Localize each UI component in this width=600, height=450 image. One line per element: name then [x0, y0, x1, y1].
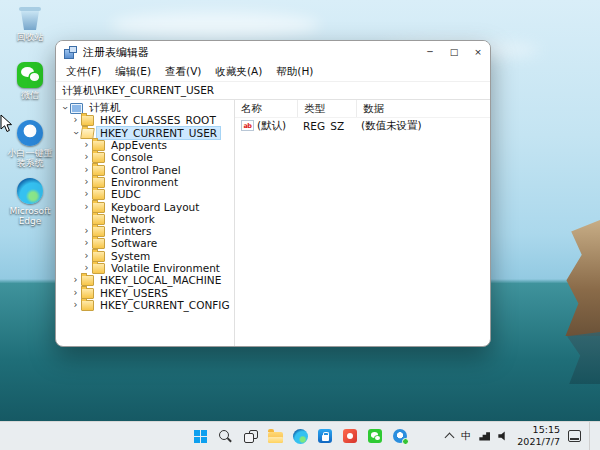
reg-sz-icon — [241, 120, 254, 131]
taskbar-icon-task-view[interactable] — [239, 425, 261, 447]
expand-chevron-icon[interactable]: › — [70, 115, 81, 125]
recycle-bin-icon — [19, 4, 41, 30]
column-header-1[interactable]: 类型 — [298, 100, 357, 117]
value-data: (数值未设置) — [355, 119, 490, 133]
expand-chevron-icon[interactable]: › — [81, 177, 92, 187]
taskbar-icon-wechat[interactable] — [364, 425, 386, 447]
tree-item-software[interactable]: ›Software — [56, 237, 234, 249]
expand-chevron-icon[interactable]: › — [81, 189, 92, 199]
edge-icon — [293, 429, 308, 444]
tree-item-environment[interactable]: ›Environment — [56, 176, 234, 188]
menu-bar: 文件(F)编辑(E)查看(V)收藏夹(A)帮助(H) — [56, 63, 490, 81]
taskbar-icon-search[interactable] — [214, 425, 236, 447]
tree-item-computer[interactable]: ›计算机 — [56, 102, 234, 114]
expand-chevron-icon[interactable]: › — [70, 288, 81, 298]
menu-item-3[interactable]: 收藏夹(A) — [208, 64, 269, 80]
volume-icon[interactable] — [498, 431, 509, 441]
tree-item-label: Keyboard Layout — [108, 201, 202, 213]
address-bar[interactable]: 计算机\HKEY_CURRENT_USER — [56, 81, 490, 100]
expand-chevron-icon[interactable]: › — [70, 300, 81, 310]
folder-icon — [92, 238, 105, 249]
expand-chevron-icon[interactable]: › — [81, 152, 92, 162]
desktop-icon-recycle-bin[interactable]: 回收站 — [2, 4, 58, 42]
tree-item-control-panel[interactable]: ›Control Panel — [56, 163, 234, 175]
tree-item-printers[interactable]: ›Printers — [56, 225, 234, 237]
tree-item-volatile-environment[interactable]: ›Volatile Environment — [56, 262, 234, 274]
cliff-reflection — [556, 332, 600, 384]
tree-item-eudc[interactable]: ›EUDC — [56, 188, 234, 200]
value-list-pane: 名称类型数据 (默认)REG_SZ(数值未设置) — [235, 100, 490, 346]
menu-item-0[interactable]: 文件(F) — [59, 64, 108, 80]
expand-chevron-icon[interactable]: › — [81, 263, 92, 273]
expand-chevron-icon[interactable]: › — [81, 251, 92, 261]
tree-item-hkey-current-config[interactable]: ›HKEY_CURRENT_CONFIG — [56, 299, 234, 311]
tree-item-label: Volatile Environment — [108, 262, 223, 274]
close-button[interactable]: × — [466, 41, 490, 63]
expand-chevron-icon[interactable]: › — [81, 202, 92, 212]
desktop-icon-wechat[interactable]: 微信 — [2, 62, 58, 100]
network-icon[interactable] — [479, 432, 490, 441]
tree-item-network[interactable]: Network — [56, 213, 234, 225]
taskbar-center — [189, 422, 411, 450]
menu-item-4[interactable]: 帮助(H) — [269, 64, 320, 80]
expand-chevron-icon[interactable]: › — [81, 140, 92, 150]
column-header-0[interactable]: 名称 — [235, 100, 298, 117]
folder-icon — [81, 300, 94, 311]
tree-item-label: EUDC — [108, 188, 144, 200]
maximize-button[interactable]: □ — [442, 41, 466, 63]
expand-chevron-icon[interactable]: › — [81, 226, 92, 236]
titlebar[interactable]: 注册表编辑器 ─ □ × — [56, 41, 490, 63]
desktop-icon-label: 回收站 — [17, 32, 44, 42]
menu-item-1[interactable]: 编辑(E) — [108, 64, 158, 80]
desktop-icon-edge[interactable]: Microsoft Edge — [2, 178, 58, 227]
tree-item-label: Software — [108, 237, 160, 249]
tree-item-appevents[interactable]: ›AppEvents — [56, 139, 234, 151]
tree-item-console[interactable]: ›Console — [56, 151, 234, 163]
tree-item-label: HKEY_CURRENT_USER — [97, 127, 220, 139]
folder-icon — [92, 152, 105, 163]
tree-item-keyboard-layout[interactable]: ›Keyboard Layout — [56, 200, 234, 212]
tree-item-label: HKEY_LOCAL_MACHINE — [97, 274, 224, 286]
taskbar-icon-start[interactable] — [189, 425, 211, 447]
tree-item-label: Console — [108, 151, 156, 163]
desktop-icon-label: Microsoft Edge — [4, 206, 56, 227]
value-row[interactable]: (默认)REG_SZ(数值未设置) — [235, 118, 490, 133]
tree-item-hkey-users[interactable]: ›HKEY_USERS — [56, 286, 234, 298]
xiaobai-icon — [393, 429, 407, 443]
value-name-cell: (默认) — [235, 119, 297, 133]
menu-item-2[interactable]: 查看(V) — [158, 64, 208, 80]
taskbar-icon-edge[interactable] — [289, 425, 311, 447]
list-rows: (默认)REG_SZ(数值未设置) — [235, 118, 490, 133]
tree-item-hkey-classes-root[interactable]: ›HKEY_CLASSES_ROOT — [56, 114, 234, 126]
show-desktop-button[interactable] — [589, 422, 594, 450]
taskbar-icon-file-explorer[interactable] — [264, 425, 286, 447]
collapse-chevron-icon[interactable]: › — [60, 103, 70, 114]
edge-icon — [17, 178, 43, 204]
expand-chevron-icon[interactable]: › — [81, 165, 92, 175]
expand-chevron-icon[interactable]: › — [81, 238, 92, 248]
column-header-2[interactable]: 数据 — [357, 100, 490, 117]
tree-item-label: HKEY_USERS — [97, 287, 171, 299]
desktop: 回收站微信小白一键重装系统Microsoft Edge 注册表编辑器 ─ □ ×… — [0, 0, 600, 450]
tray-overflow-chevron-icon[interactable] — [445, 433, 455, 443]
notification-center-icon[interactable] — [568, 430, 581, 442]
taskbar-icon-xiaobai[interactable] — [389, 425, 411, 447]
window-title: 注册表编辑器 — [83, 45, 149, 60]
tray-time: 15:15 — [533, 424, 560, 436]
ime-indicator[interactable]: 中 — [461, 429, 471, 443]
value-name: (默认) — [257, 119, 286, 133]
tree-item-label: System — [108, 250, 153, 262]
tree-item-label: HKEY_CURRENT_CONFIG — [97, 299, 233, 311]
minimize-button[interactable]: ─ — [418, 41, 442, 63]
tree-item-hkey-local-machine[interactable]: ›HKEY_LOCAL_MACHINE — [56, 274, 234, 286]
expand-chevron-icon[interactable]: › — [70, 275, 81, 285]
search-icon — [218, 429, 232, 443]
taskbar-icon-store[interactable] — [314, 425, 336, 447]
collapse-chevron-icon[interactable]: › — [71, 127, 81, 138]
file-explorer-icon — [268, 432, 283, 443]
cloud — [110, 12, 320, 38]
tree-item-system[interactable]: ›System — [56, 250, 234, 262]
clock[interactable]: 15:15 2021/7/7 — [517, 424, 560, 448]
tree-item-hkey-current-user[interactable]: ›HKEY_CURRENT_USER — [56, 127, 234, 139]
taskbar-icon-app-red[interactable] — [339, 425, 361, 447]
